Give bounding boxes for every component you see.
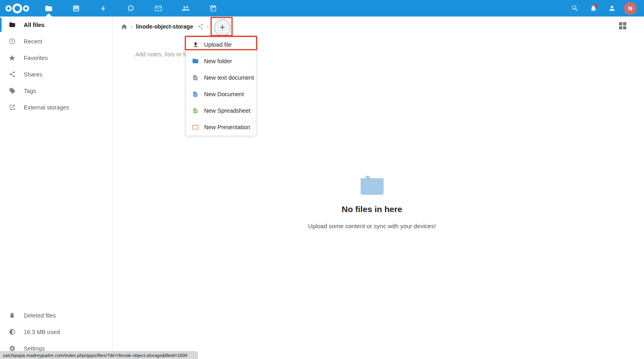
presentation-icon: [192, 124, 199, 130]
photos-icon: [72, 4, 80, 12]
sidebar-item-label: 16.3 MB used: [24, 329, 60, 335]
app-mail[interactable]: [148, 0, 168, 17]
contacts-menu-icon: [608, 4, 616, 12]
spreadsheet-icon: [192, 107, 199, 114]
menu-item-label: New Presentation: [204, 124, 250, 130]
external-link-icon: [8, 104, 16, 111]
status-url: salchipapa.madreypadre.com/index.php/app…: [3, 353, 188, 358]
files-icon: [45, 4, 53, 12]
trash-icon: [8, 312, 16, 319]
mail-icon: [154, 4, 163, 12]
chevron-right-icon: ›: [130, 22, 133, 32]
clock-icon: [8, 38, 16, 45]
sidebar-item-deleted-files[interactable]: Deleted files: [0, 307, 112, 324]
breadcrumb: › linode-object-storage › +: [113, 17, 644, 37]
sidebar-item-quota[interactable]: 16.3 MB used: [0, 324, 112, 340]
tag-icon: [8, 87, 16, 95]
sidebar-item-label: All files: [24, 22, 45, 28]
upload-icon: [192, 41, 199, 48]
empty-state: No files in here Upload some content or …: [251, 176, 493, 229]
workspace-notes-placeholder[interactable]: Add notes, lists or lin: [135, 51, 189, 58]
app-files[interactable]: [39, 0, 59, 17]
menu-item-new-text-document[interactable]: New text document: [186, 69, 256, 86]
nextcloud-logo[interactable]: [3, 2, 31, 14]
activity-icon: [100, 4, 107, 12]
sidebar-item-label: Favorites: [24, 55, 48, 61]
sidebar-item-label: Settings: [24, 345, 45, 352]
top-bar-right: N: [568, 2, 644, 15]
share-icon: [8, 71, 16, 78]
text-document-icon: [192, 74, 199, 81]
folder-blue-icon: [192, 58, 199, 64]
app-calendar[interactable]: [203, 0, 223, 17]
star-icon: [8, 54, 16, 62]
new-file-menu: Upload file New folder New text document…: [186, 35, 256, 136]
contacts-menu-button[interactable]: [605, 2, 618, 15]
user-avatar[interactable]: N: [624, 2, 637, 15]
sidebar-item-label: Shares: [24, 71, 42, 78]
sidebar-item-external-storages[interactable]: External storages: [0, 99, 112, 116]
contacts-icon: [182, 4, 190, 12]
quota-pie-icon: [8, 328, 16, 336]
document-icon: [192, 91, 199, 97]
sidebar-item-label: External storages: [24, 104, 69, 111]
search-icon: [571, 4, 579, 12]
app-photos[interactable]: [66, 0, 86, 17]
menu-item-new-document[interactable]: New Document: [186, 86, 256, 102]
app-contacts[interactable]: [175, 0, 196, 17]
top-bar: N: [0, 0, 644, 17]
gear-icon: [8, 345, 16, 352]
files-sidebar: All files Recent Favorites Shares Tags E…: [0, 17, 113, 359]
sidebar-bottom: Deleted files 16.3 MB used Settings: [0, 307, 112, 357]
link-status-bar: salchipapa.madreypadre.com/index.php/app…: [0, 351, 198, 359]
app-navigation: [39, 0, 223, 17]
sidebar-item-label: Recent: [24, 38, 42, 45]
sidebar-item-recent[interactable]: Recent: [0, 33, 112, 50]
sidebar-item-favorites[interactable]: Favorites: [0, 50, 112, 66]
app-activity[interactable]: [93, 0, 114, 17]
menu-item-new-presentation[interactable]: New Presentation: [186, 119, 256, 135]
menu-item-label: Upload file: [204, 41, 232, 48]
grid-icon: [619, 22, 622, 25]
empty-state-title: No files in here: [251, 204, 493, 214]
menu-item-label: New Document: [204, 91, 244, 97]
home-icon[interactable]: [121, 23, 128, 30]
new-file-button[interactable]: +: [214, 19, 231, 36]
notification-dot: [594, 4, 598, 8]
menu-item-label: New text document: [204, 74, 254, 81]
empty-folder-icon: [361, 176, 384, 195]
menu-item-upload-file[interactable]: Upload file: [186, 36, 256, 53]
share-icon[interactable]: [197, 23, 204, 30]
chevron-right-icon: ›: [206, 22, 209, 32]
menu-item-label: New folder: [204, 58, 232, 64]
folder-icon: [8, 21, 16, 29]
sidebar-item-label: Deleted files: [24, 312, 56, 319]
notifications-button[interactable]: [587, 2, 600, 15]
breadcrumb-folder[interactable]: linode-object-storage: [136, 23, 193, 30]
talk-icon: [127, 4, 135, 12]
app-talk[interactable]: [121, 0, 141, 17]
menu-item-new-spreadsheet[interactable]: New Spreadsheet: [186, 102, 256, 119]
search-button[interactable]: [568, 2, 581, 15]
grid-view-toggle[interactable]: [619, 22, 626, 29]
sidebar-item-tags[interactable]: Tags: [0, 83, 112, 99]
empty-state-subtitle: Upload some content or sync with your de…: [251, 223, 493, 229]
menu-item-label: New Spreadsheet: [204, 107, 250, 114]
sidebar-item-label: Tags: [24, 88, 36, 94]
calendar-icon: [209, 4, 217, 12]
menu-item-new-folder[interactable]: New folder: [186, 53, 256, 69]
sidebar-item-shares[interactable]: Shares: [0, 66, 112, 83]
sidebar-item-all-files[interactable]: All files: [0, 17, 112, 33]
